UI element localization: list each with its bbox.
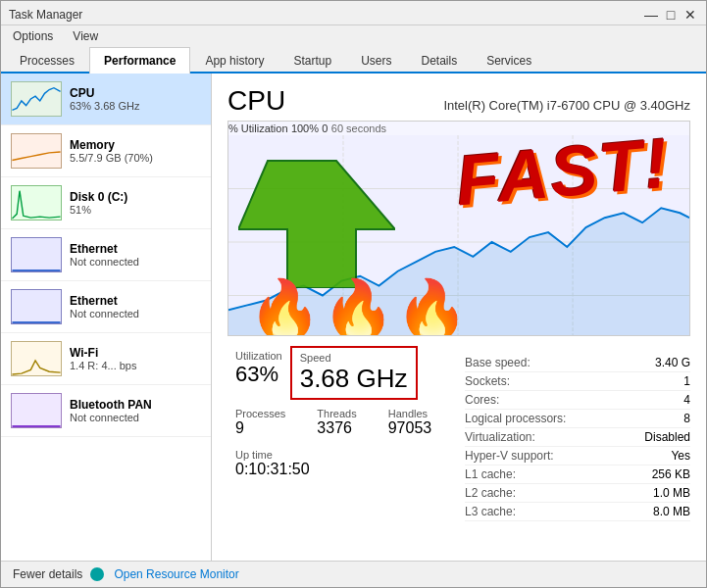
fewer-details-link[interactable]: Fewer details [13, 567, 82, 581]
detail-cores: Cores: 4 [465, 391, 690, 410]
bluetooth-label: Bluetooth PAN [70, 398, 201, 412]
wifi-sidebar-info: Wi-Fi 1.4 R: 4... bps [70, 346, 201, 371]
chart-y-label: % Utilization [228, 122, 288, 134]
tab-users[interactable]: Users [346, 47, 406, 74]
sidebar: CPU 63% 3.68 GHz Memory 5.5/7.9 GB (70%) [1, 74, 212, 561]
sidebar-item-wifi[interactable]: Wi-Fi 1.4 R: 4... bps [1, 333, 211, 385]
threads-label: Threads [317, 408, 356, 419]
cores-key: Cores: [465, 393, 499, 407]
window-title: Task Manager [9, 8, 82, 22]
sidebar-item-disk[interactable]: Disk 0 (C:) 51% [1, 177, 211, 229]
wifi-label: Wi-Fi [70, 346, 201, 360]
hyperv-val: Yes [671, 449, 690, 463]
tab-startup[interactable]: Startup [278, 47, 346, 74]
disk-sidebar-value: 51% [70, 204, 201, 216]
task-manager-window: Task Manager — □ ✕ Options View Processe… [0, 0, 707, 588]
cores-val: 4 [683, 393, 690, 407]
tab-bar: Processes Performance App history Startu… [1, 47, 706, 74]
detail-l3: L3 cache: 8.0 MB [465, 503, 690, 521]
bluetooth-mini-graph [11, 393, 62, 428]
bluetooth-sidebar-info: Bluetooth PAN Not connected [70, 398, 201, 423]
chart-x-label: 60 seconds [331, 122, 386, 134]
menu-bar: Options View [1, 25, 706, 47]
disk-label: Disk 0 (C:) [70, 190, 201, 204]
utilization-label: Utilization [235, 350, 282, 362]
cpu-chart: % Utilization 100% 0 60 seconds [227, 121, 690, 336]
menu-options[interactable]: Options [9, 27, 57, 45]
footer: Fewer details Open Resource Monitor [1, 561, 706, 587]
detail-virtualization: Virtualization: Disabled [465, 428, 690, 447]
cpu-sidebar-info: CPU 63% 3.68 GHz [70, 86, 201, 112]
ethernet1-sidebar-value: Not connected [70, 256, 201, 268]
tab-services[interactable]: Services [472, 47, 546, 74]
sidebar-item-cpu[interactable]: CPU 63% 3.68 GHz [1, 74, 211, 125]
ethernet2-mini-graph [11, 289, 62, 324]
utilization-stat: Utilization 63% [227, 346, 290, 400]
sockets-key: Sockets: [465, 374, 510, 388]
l2-key: L2 cache: [465, 486, 516, 500]
detail-l1: L1 cache: 256 KB [465, 466, 690, 484]
cpu-model-label: Intel(R) Core(TM) i7-6700 CPU @ 3.40GHz [443, 98, 690, 113]
cpu-label: CPU [70, 86, 201, 100]
tab-app-history[interactable]: App history [190, 47, 278, 74]
cpu-mini-graph [11, 81, 62, 117]
l1-key: L1 cache: [465, 467, 516, 481]
sidebar-item-memory[interactable]: Memory 5.5/7.9 GB (70%) [1, 125, 211, 177]
speed-value: 3.68 GHz [300, 364, 408, 394]
chart-y-min: 0 [322, 122, 328, 134]
handles-label: Handles [388, 408, 432, 419]
ethernet1-sidebar-info: Ethernet Not connected [70, 242, 201, 268]
ethernet2-label: Ethernet [70, 294, 201, 308]
menu-view[interactable]: View [69, 27, 102, 45]
close-button[interactable]: ✕ [682, 7, 698, 23]
main-panel: CPU Intel(R) Core(TM) i7-6700 CPU @ 3.40… [212, 74, 706, 561]
ethernet2-sidebar-info: Ethernet Not connected [70, 294, 201, 319]
sidebar-item-ethernet2[interactable]: Ethernet Not connected [1, 281, 211, 333]
memory-label: Memory [70, 138, 201, 152]
utilization-value: 63% [235, 362, 282, 387]
minimize-button[interactable]: — [643, 7, 659, 23]
processes-value: 9 [235, 419, 285, 437]
l1-val: 256 KB [652, 467, 690, 481]
disk-mini-graph [11, 185, 62, 220]
cpu-sidebar-value: 63% 3.68 GHz [70, 100, 201, 112]
l2-val: 1.0 MB [653, 486, 690, 500]
maximize-button[interactable]: □ [663, 7, 679, 23]
svg-rect-0 [12, 134, 60, 168]
sidebar-item-bluetooth[interactable]: Bluetooth PAN Not connected [1, 385, 211, 437]
window-controls: — □ ✕ [643, 7, 698, 23]
tab-performance[interactable]: Performance [89, 47, 190, 74]
base-speed-val: 3.40 G [655, 356, 690, 369]
tab-details[interactable]: Details [406, 47, 472, 74]
virtualization-key: Virtualization: [465, 430, 535, 444]
wifi-mini-graph [11, 341, 62, 376]
title-bar: Task Manager — □ ✕ [1, 1, 706, 25]
logical-procs-key: Logical processors: [465, 412, 566, 425]
ethernet1-mini-graph [11, 237, 62, 272]
cpu-header: CPU Intel(R) Core(TM) i7-6700 CPU @ 3.40… [227, 85, 690, 117]
details-panel: Base speed: 3.40 G Sockets: 1 Cores: 4 L… [465, 354, 690, 521]
open-resource-link[interactable]: Open Resource Monitor [114, 567, 238, 581]
processes-stat: Processes 9 [227, 404, 293, 441]
ethernet1-label: Ethernet [70, 242, 201, 256]
handles-stat: Handles 97053 [380, 404, 440, 441]
sidebar-item-ethernet1[interactable]: Ethernet Not connected [1, 229, 211, 281]
detail-hyperv: Hyper-V support: Yes [465, 447, 690, 466]
detail-l2: L2 cache: 1.0 MB [465, 484, 690, 503]
l3-key: L3 cache: [465, 505, 516, 518]
memory-sidebar-info: Memory 5.5/7.9 GB (70%) [70, 138, 201, 164]
l3-val: 8.0 MB [653, 505, 690, 518]
speed-label: Speed [300, 352, 408, 364]
memory-mini-graph [11, 133, 62, 169]
bluetooth-sidebar-value: Not connected [70, 412, 201, 423]
base-speed-key: Base speed: [465, 356, 530, 369]
disk-sidebar-info: Disk 0 (C:) 51% [70, 190, 201, 216]
hyperv-key: Hyper-V support: [465, 449, 554, 463]
detail-sockets: Sockets: 1 [465, 372, 690, 391]
handles-value: 97053 [388, 419, 432, 437]
tab-processes[interactable]: Processes [5, 47, 89, 74]
memory-sidebar-value: 5.5/7.9 GB (70%) [70, 152, 201, 164]
logical-procs-val: 8 [683, 412, 690, 425]
detail-base-speed: Base speed: 3.40 G [465, 354, 690, 372]
chart-y-max: 100% [291, 122, 319, 134]
